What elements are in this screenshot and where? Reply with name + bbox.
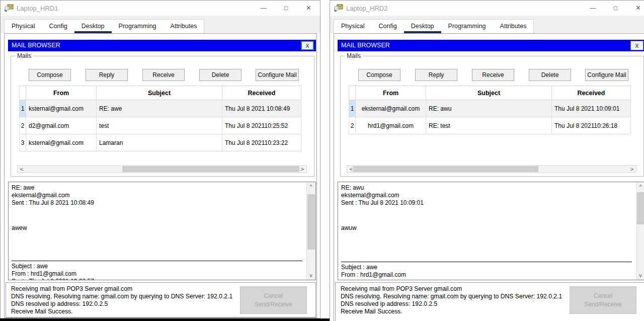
scroll-left-icon[interactable]: < bbox=[18, 166, 26, 173]
message-view[interactable]: RE: awe eksternal@gmail.com Sent : Thu J… bbox=[8, 182, 316, 280]
mail-browser-close-button[interactable]: X bbox=[301, 41, 314, 50]
minimize-icon[interactable]: — bbox=[252, 1, 275, 16]
tab-config[interactable]: Config bbox=[42, 20, 74, 33]
horizontal-scrollbar-thumb[interactable] bbox=[353, 166, 538, 172]
maximize-icon[interactable]: □ bbox=[275, 1, 297, 16]
status-line: DNS resolving. Resolving name: gmail.com… bbox=[11, 293, 232, 300]
tab-desktop[interactable]: Desktop bbox=[74, 20, 112, 33]
tab-physical[interactable]: Physical bbox=[5, 20, 42, 33]
from-cell: eksternal@gmail.com bbox=[356, 100, 426, 117]
maximize-icon[interactable]: □ bbox=[604, 1, 627, 16]
row-number: 1 bbox=[20, 100, 26, 117]
tab-physical[interactable]: Physical bbox=[334, 20, 372, 33]
message-subject-line: RE: awu bbox=[341, 184, 424, 192]
desktop-background-strip bbox=[0, 318, 330, 321]
row-number: 2 bbox=[349, 117, 356, 134]
status-line: Receive Mail Success. bbox=[11, 308, 232, 315]
titlebar[interactable]: Laptop_HRD1 — □ × bbox=[1, 1, 320, 16]
delete-button[interactable]: Delete bbox=[529, 69, 571, 81]
status-line: Receiving mail from POP3 Server gmail.co… bbox=[11, 285, 232, 293]
subject-cell: test bbox=[97, 117, 222, 134]
close-icon[interactable]: × bbox=[627, 1, 644, 16]
message-sent-line: Sent : Thu Jul 8 2021 10:08:49 bbox=[12, 199, 94, 207]
reply-button[interactable]: Reply bbox=[415, 69, 457, 81]
table-row[interactable]: 2 d2@gmail.com test Thu Jul 8 202110:25:… bbox=[20, 117, 301, 134]
subject-header: Subject bbox=[97, 86, 222, 100]
window-title: Laptop_HRD2 bbox=[346, 5, 387, 12]
vertical-scrollbar-thumb[interactable] bbox=[307, 194, 315, 250]
footer-sent-clipped: Sent : Thu Jul 8 2021 10:02:57 bbox=[12, 278, 302, 280]
horizontal-scrollbar-thumb[interactable] bbox=[122, 166, 299, 172]
device-window-laptop-hrd2: Laptop_HRD2 — □ × Physical Config Deskto… bbox=[330, 0, 644, 321]
minimize-icon[interactable]: — bbox=[582, 1, 604, 16]
row-number: 2 bbox=[20, 117, 26, 134]
scroll-down-icon[interactable]: v bbox=[307, 271, 315, 279]
cancel-label-line2: Send/Receive bbox=[244, 300, 303, 309]
scroll-right-icon[interactable]: > bbox=[628, 166, 636, 173]
mails-groupbox: Mails Compose Reply Receive Delete Confi… bbox=[340, 56, 644, 177]
row-number-header bbox=[349, 86, 356, 100]
tab-programming[interactable]: Programming bbox=[112, 20, 164, 33]
reply-button[interactable]: Reply bbox=[86, 69, 128, 81]
from-cell: hrd1@gmail.com bbox=[356, 117, 426, 134]
scroll-down-icon[interactable]: v bbox=[636, 271, 644, 279]
table-row[interactable]: 1 eksternal@gmail.com RE: awu Thu Jul 8 … bbox=[349, 100, 631, 117]
tab-attributes[interactable]: Attributes bbox=[164, 20, 204, 33]
delete-button[interactable]: Delete bbox=[199, 69, 242, 81]
horizontal-scrollbar[interactable]: < > bbox=[347, 165, 636, 173]
tab-bar: Physical Config Desktop Programming Attr… bbox=[330, 16, 644, 33]
status-line: DNS resolved ip address: 192.0.2.5 bbox=[11, 300, 232, 308]
receive-button[interactable]: Receive bbox=[142, 69, 185, 81]
close-icon[interactable]: × bbox=[297, 1, 320, 16]
message-separator bbox=[341, 262, 632, 262]
message-view[interactable]: RE: awu eksternal@gmail.com Sent : Thu J… bbox=[338, 182, 644, 280]
compose-button[interactable]: Compose bbox=[29, 69, 71, 81]
subject-cell: RE: awu bbox=[426, 100, 552, 117]
footer-from: From : hrd1@gmail.com bbox=[12, 270, 302, 278]
message-separator bbox=[12, 261, 302, 261]
subject-cell: Lamaran bbox=[97, 134, 222, 151]
vertical-scrollbar[interactable]: ^ v bbox=[306, 182, 315, 280]
received-header: Received bbox=[222, 86, 301, 100]
window-controls: — □ × bbox=[252, 1, 320, 16]
scroll-up-icon[interactable]: ^ bbox=[307, 183, 315, 191]
status-line: DNS resolving. Resolving name: gmail.com… bbox=[341, 293, 562, 300]
mail-browser-titlebar: MAIL BROWSER X bbox=[338, 40, 644, 51]
scroll-right-icon[interactable]: > bbox=[298, 166, 306, 173]
table-row[interactable]: 1 ksternal@gmail.com RE: awe Thu Jul 8 2… bbox=[20, 100, 301, 117]
cancel-send-receive-button[interactable]: Cancel Send/Receive bbox=[240, 286, 307, 314]
row-number: 3 bbox=[20, 134, 26, 151]
table-row[interactable]: 3 ksternal@gmail.com Lamaran Thu Jul 8 2… bbox=[20, 134, 301, 151]
horizontal-scrollbar[interactable]: < > bbox=[17, 165, 307, 173]
received-cell: Thu Jul 8 2021 10:09:01 bbox=[552, 100, 631, 117]
scroll-up-icon[interactable]: ^ bbox=[636, 183, 644, 191]
tab-desktop[interactable]: Desktop bbox=[404, 20, 441, 33]
vertical-scrollbar-thumb[interactable] bbox=[637, 192, 644, 224]
status-panel: Receiving mail from POP3 Server gmail.co… bbox=[335, 282, 644, 321]
configure-mail-button[interactable]: Configure Mail bbox=[585, 69, 628, 81]
status-lines: Receiving mail from POP3 Server gmail.co… bbox=[341, 285, 562, 315]
message-sender-line: eksternal@gmail.com bbox=[12, 192, 94, 199]
message-body: awuw bbox=[341, 224, 357, 232]
tab-attributes[interactable]: Attributes bbox=[493, 20, 534, 33]
receive-button[interactable]: Receive bbox=[472, 69, 514, 81]
message-header: RE: awu eksternal@gmail.com Sent : Thu J… bbox=[341, 184, 424, 207]
message-sender-line: eksternal@gmail.com bbox=[341, 192, 424, 199]
configure-mail-button[interactable]: Configure Mail bbox=[256, 69, 299, 81]
mails-group-label: Mails bbox=[15, 52, 33, 59]
subject-cell: RE: test bbox=[426, 117, 552, 134]
compose-button[interactable]: Compose bbox=[358, 69, 400, 81]
row-number-header bbox=[20, 86, 26, 100]
table-row[interactable]: 2 hrd1@gmail.com RE: test Thu Jul 8 2021… bbox=[349, 117, 631, 134]
mail-browser-close-button[interactable]: X bbox=[630, 41, 643, 50]
packet-tracer-icon bbox=[4, 4, 14, 13]
tab-config[interactable]: Config bbox=[372, 20, 404, 33]
received-header: Received bbox=[552, 86, 631, 100]
cancel-send-receive-button[interactable]: Cancel Send/Receive bbox=[570, 286, 636, 314]
tab-programming[interactable]: Programming bbox=[441, 20, 493, 33]
from-cell: d2@gmail.com bbox=[26, 117, 97, 134]
mail-browser-title: MAIL BROWSER bbox=[12, 42, 60, 49]
from-cell: ksternal@gmail.com bbox=[26, 100, 97, 117]
titlebar[interactable]: Laptop_HRD2 — □ × bbox=[330, 1, 644, 16]
vertical-scrollbar[interactable]: ^ v bbox=[636, 182, 644, 280]
